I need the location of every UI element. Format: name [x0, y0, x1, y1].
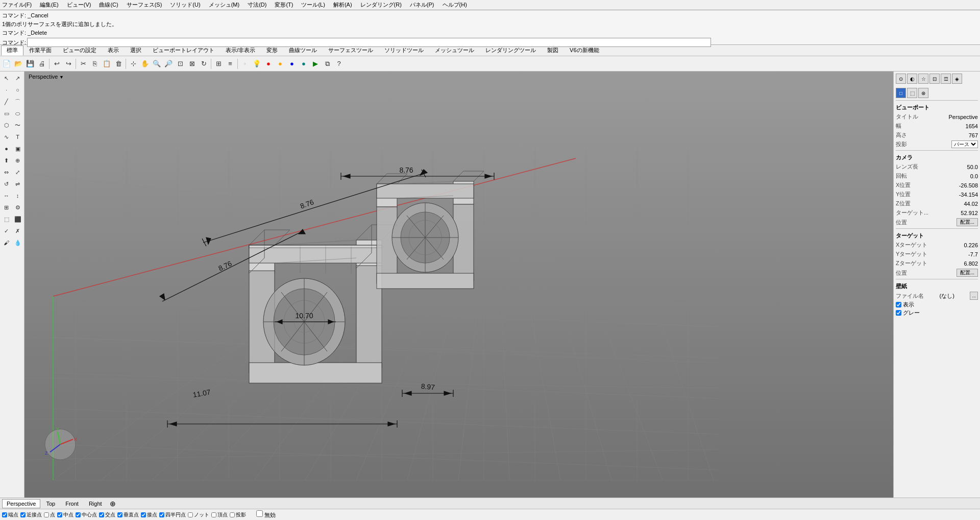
snap-endpoint-cb[interactable]: [2, 512, 7, 517]
menu-panel[interactable]: パネル(P): [410, 1, 434, 9]
menu-curve[interactable]: 曲線(C): [99, 1, 118, 9]
vp-tab-right[interactable]: Right: [84, 499, 107, 508]
snap-knot-cb[interactable]: [188, 512, 193, 517]
layer-icon[interactable]: ≡: [225, 58, 236, 69]
freehand-tool[interactable]: 〜: [12, 120, 23, 131]
snap-center-cb[interactable]: [76, 512, 81, 517]
dim2-tool[interactable]: ↕: [12, 190, 23, 201]
copy-icon[interactable]: ⎘: [89, 58, 101, 69]
camera-place-button[interactable]: 配置...: [957, 218, 978, 226]
new-icon[interactable]: 📄: [1, 58, 12, 69]
cut-icon[interactable]: ✂: [78, 58, 89, 69]
paste-icon[interactable]: 📋: [101, 58, 112, 69]
tab-display[interactable]: 表示: [102, 45, 125, 56]
tab-select[interactable]: 選択: [125, 45, 147, 56]
display-icon[interactable]: ▶: [310, 58, 321, 69]
menu-help[interactable]: ヘルプ(H): [443, 1, 467, 9]
sphere-tool[interactable]: ●: [1, 143, 12, 154]
undo-icon[interactable]: ↩: [51, 58, 62, 69]
mesh2-tool[interactable]: ⬛: [12, 214, 23, 225]
extrude-tool[interactable]: ⬆: [1, 155, 12, 166]
ellipse-tool[interactable]: ⬭: [12, 108, 23, 119]
rect-tool[interactable]: ▭: [1, 108, 12, 119]
tab-workplane[interactable]: 作業平面: [23, 45, 57, 56]
prop-icon-4[interactable]: ⊡: [929, 74, 940, 84]
menu-solid[interactable]: ソリッド(U): [170, 1, 200, 9]
open-icon[interactable]: 📂: [13, 58, 24, 69]
show-checkbox[interactable]: [896, 302, 901, 308]
tab-surface-tools[interactable]: サーフェスツール: [323, 45, 379, 56]
vp-tab-perspective[interactable]: Perspective: [2, 499, 40, 508]
light-icon[interactable]: 💡: [251, 58, 262, 69]
save-icon[interactable]: 💾: [24, 58, 36, 69]
prop-icon-3[interactable]: ☆: [918, 74, 928, 84]
curve-tool[interactable]: ∿: [1, 131, 12, 143]
snap-project-cb[interactable]: [230, 512, 235, 517]
tab-v6-new[interactable]: V6の新機能: [564, 45, 604, 56]
prop-icon-8[interactable]: ⊛: [918, 88, 928, 98]
move-tool[interactable]: ⇔: [1, 167, 12, 178]
tab-view-settings[interactable]: ビューの設定: [57, 45, 102, 56]
rotate-tool[interactable]: ↺: [1, 178, 12, 190]
snap-near-cb[interactable]: [20, 512, 26, 517]
environment-icon[interactable]: ●: [286, 58, 298, 69]
prop-icon-2[interactable]: ◐: [907, 74, 917, 84]
tab-viewport-layout[interactable]: ビューポートレイアウト: [147, 45, 220, 56]
zoom-extent-icon[interactable]: ⊠: [186, 58, 198, 69]
redo-icon[interactable]: ↪: [63, 58, 74, 69]
snap-mid-cb[interactable]: [57, 512, 62, 517]
zoom-in-icon[interactable]: 🔍: [151, 58, 162, 69]
obj-icon[interactable]: ⧉: [322, 58, 333, 69]
dim-tool[interactable]: ↔: [1, 190, 12, 201]
gray-checkbox[interactable]: [896, 310, 901, 316]
boolean-tool[interactable]: ⊕: [12, 155, 23, 166]
3d-canvas[interactable]: 8.76 8.76 8.76 10.70 11.07 8.97 X Y Z: [24, 72, 893, 498]
menu-analyze[interactable]: 解析(A): [333, 1, 352, 9]
menu-mesh[interactable]: メッシュ(M): [209, 1, 240, 9]
viewport-perspective-label[interactable]: Perspective: [29, 74, 64, 80]
text-tool[interactable]: T: [12, 131, 23, 143]
prop-icon-6[interactable]: ◈: [952, 74, 962, 84]
tab-mesh-tools[interactable]: メッシュツール: [429, 45, 480, 56]
menu-tools[interactable]: ツール(L): [301, 1, 325, 9]
wallpaper-browse-button[interactable]: ...: [970, 292, 978, 300]
paint-tool[interactable]: 🖌: [1, 237, 12, 248]
viewport-area[interactable]: Perspective: [24, 72, 893, 498]
tab-drafting[interactable]: 製図: [542, 45, 564, 56]
vp-tab-front[interactable]: Front: [61, 499, 83, 508]
prop-icon-1[interactable]: ⊙: [896, 74, 906, 84]
menu-edit[interactable]: 編集(E): [40, 1, 59, 9]
grid-icon[interactable]: ⊞: [213, 58, 224, 69]
point-on-icon[interactable]: ◦: [239, 58, 251, 69]
tab-show-hide[interactable]: 表示/非表示: [220, 45, 261, 56]
line-tool[interactable]: ╱: [1, 96, 12, 107]
cross-tool[interactable]: ✗: [12, 225, 23, 237]
prop-icon-display[interactable]: □: [896, 88, 906, 98]
delete-icon[interactable]: 🗑: [113, 58, 124, 69]
menu-transform[interactable]: 変形(T): [275, 1, 293, 9]
mesh-tool[interactable]: ⬚: [1, 214, 12, 225]
point-tool[interactable]: ·: [1, 84, 12, 96]
zoom-out-icon[interactable]: 🔎: [163, 58, 174, 69]
snap-tangent-cb[interactable]: [141, 512, 146, 517]
check-tool[interactable]: ✓: [1, 225, 12, 237]
select-tool[interactable]: ↖: [1, 73, 12, 84]
eyedrop-tool[interactable]: 💧: [12, 237, 23, 248]
vp-tab-top[interactable]: Top: [41, 499, 60, 508]
rotate-icon[interactable]: ↻: [198, 58, 209, 69]
menu-dim[interactable]: 寸法(D): [248, 1, 266, 9]
scale-tool[interactable]: ⤢: [12, 167, 23, 178]
target-place-button[interactable]: 配置...: [957, 269, 978, 277]
snap-intersect-cb[interactable]: [99, 512, 104, 517]
mirror-tool[interactable]: ⇌: [12, 178, 23, 190]
tab-solid-tools[interactable]: ソリッドツール: [379, 45, 429, 56]
tab-render-tools[interactable]: レンダリングツール: [480, 45, 542, 56]
box-tool[interactable]: ▣: [12, 143, 23, 154]
zoom-window-icon[interactable]: ⊡: [175, 58, 186, 69]
snap-point-cb[interactable]: [44, 512, 49, 517]
snap-quad-cb[interactable]: [159, 512, 164, 517]
menu-file[interactable]: ファイル(F): [2, 1, 32, 9]
prop-icon-5[interactable]: ☲: [941, 74, 951, 84]
tab-transform[interactable]: 変形: [261, 45, 283, 56]
circle-tool[interactable]: ○: [12, 84, 23, 96]
